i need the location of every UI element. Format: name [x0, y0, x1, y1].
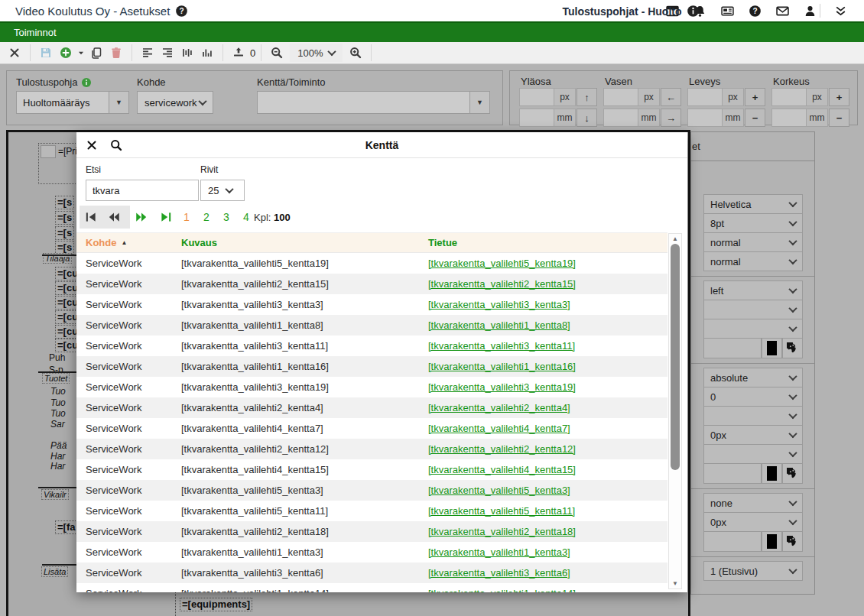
property-select[interactable]: 0px [703, 512, 803, 532]
user-icon[interactable] [804, 5, 817, 18]
first-page-button[interactable] [84, 210, 98, 224]
color-swatch-button[interactable] [762, 338, 782, 358]
korkeus-mm-input[interactable] [771, 109, 807, 127]
template-dropdown-button[interactable]: ▼ [109, 91, 129, 114]
cell-tietue-link[interactable]: [tkvarakentta_valilehti3_kentta3] [428, 299, 570, 310]
minus-button[interactable]: − [745, 109, 765, 127]
cell-tietue-link[interactable]: [tkvarakentta_valilehti1_kentta14] [428, 588, 576, 592]
property-select[interactable]: normal [703, 251, 803, 271]
vasen-mm-input[interactable] [603, 109, 638, 127]
close-button[interactable] [5, 44, 24, 62]
cell-tietue-link[interactable]: [tkvarakentta_valilehti2_kentta15] [428, 278, 576, 290]
table-row[interactable]: ServiceWork[tkvarakentta_valilehti3_kent… [76, 336, 667, 356]
color-swatch-button[interactable] [762, 463, 782, 484]
column-header-kuvaus[interactable]: Kuvaus [181, 237, 217, 248]
plus-button[interactable]: + [745, 88, 765, 106]
distribute-button[interactable] [177, 44, 197, 62]
table-row[interactable]: ServiceWork[tkvarakentta_valilehti2_kent… [76, 274, 667, 294]
leveys-px-input[interactable] [687, 88, 723, 106]
down-button[interactable]: ↓ [577, 109, 597, 127]
property-select[interactable]: normal [703, 232, 803, 252]
cell-tietue-link[interactable]: [tkvarakentta_valilehti4_kentta7] [428, 423, 570, 434]
title-help-icon[interactable]: ? [175, 5, 188, 18]
property-select[interactable]: 1 (Etusivu) [703, 561, 803, 581]
next-page-button[interactable] [135, 210, 148, 224]
color-swatch-button[interactable] [762, 531, 782, 552]
cell-tietue-link[interactable]: [tkvarakentta_valilehti3_kentta11] [428, 340, 575, 352]
add-button[interactable] [56, 44, 76, 62]
table-row[interactable]: ServiceWork[tkvarakentta_valilehti2_kent… [76, 397, 667, 418]
table-row[interactable]: ServiceWork[tkvarakentta_valilehti3_kent… [76, 377, 667, 397]
property-select[interactable]: 0px [703, 425, 803, 445]
menu-toiminnot[interactable]: Toiminnot [14, 27, 57, 38]
table-row[interactable]: ServiceWork[tkvarakentta_valilehti1_kent… [76, 356, 667, 377]
field-dropdown-button[interactable]: ▼ [470, 91, 490, 114]
palette-button[interactable] [782, 531, 803, 552]
yläosa-mm-input[interactable] [519, 109, 554, 127]
table-row[interactable]: ServiceWork[tkvarakentta_valilehti4_kent… [76, 459, 667, 480]
copy-button[interactable] [86, 44, 106, 62]
page-2-button[interactable]: 2 [197, 211, 216, 223]
upload-button[interactable] [229, 44, 248, 62]
cell-tietue-link[interactable]: [tkvarakentta_valilehti3_kentta19] [428, 381, 576, 393]
page-4-button[interactable]: 4 [237, 211, 255, 223]
table-row[interactable]: ServiceWork[tkvarakentta_valilehti5_kent… [76, 480, 667, 501]
up-button[interactable]: ↑ [577, 88, 597, 106]
cell-tietue-link[interactable]: [tkvarakentta_valilehti4_kentta15] [428, 464, 576, 475]
cell-tietue-link[interactable]: [tkvarakentta_valilehti3_kentta6] [428, 567, 570, 579]
minus-button[interactable]: − [829, 109, 849, 127]
property-select[interactable] [703, 406, 803, 426]
property-select[interactable]: absolute [703, 368, 803, 387]
zoom-select[interactable]: 100% [290, 44, 343, 62]
plus-button[interactable]: + [829, 88, 849, 106]
template-combobox[interactable]: Huoltomääräys ▼ [16, 91, 129, 114]
column-header-kohde[interactable]: Kohde▲ [86, 237, 127, 248]
table-row[interactable]: ServiceWork[tkvarakentta_valilehti1_kent… [76, 542, 667, 563]
vasen-px-input[interactable] [603, 88, 638, 106]
column-header-tietue[interactable]: Tietue [428, 237, 457, 248]
page-title-info-icon[interactable] [687, 5, 700, 18]
cell-tietue-link[interactable]: [tkvarakentta_valilehti1_kentta8] [428, 319, 570, 331]
template-value[interactable]: Huoltomääräys [16, 91, 109, 114]
cell-tietue-link[interactable]: [tkvarakentta_valilehti1_kentta16] [428, 361, 576, 372]
table-row[interactable]: ServiceWork[tkvarakentta_valilehti5_kent… [76, 253, 667, 274]
table-row[interactable]: ServiceWork[tkvarakentta_valilehti1_kent… [76, 583, 667, 592]
cell-tietue-link[interactable]: [tkvarakentta_valilehti5_kentta3] [428, 485, 570, 496]
zoom-out-button[interactable] [267, 44, 287, 62]
scroll-down-icon[interactable]: ▼ [669, 580, 681, 587]
property-select[interactable]: 0 [703, 387, 803, 407]
color-value-input[interactable] [703, 463, 762, 484]
property-select[interactable]: Helvetica [703, 194, 803, 214]
save-button[interactable] [36, 44, 56, 62]
table-row[interactable]: ServiceWork[tkvarakentta_valilehti3_kent… [76, 294, 667, 315]
cell-tietue-link[interactable]: [tkvarakentta_valilehti2_kentta12] [428, 443, 576, 455]
previous-page-button[interactable] [107, 210, 121, 224]
property-select[interactable]: left [703, 280, 803, 300]
property-select[interactable]: 8pt [703, 213, 803, 233]
korkeus-px-input[interactable] [771, 88, 807, 106]
template-info-icon[interactable] [81, 77, 92, 88]
field-combobox[interactable]: ▼ [257, 91, 490, 114]
cell-tietue-link[interactable]: [tkvarakentta_valilehti5_kentta11] [428, 505, 575, 517]
align-right-button[interactable] [158, 44, 177, 62]
right-button[interactable]: → [661, 109, 681, 127]
search-input[interactable] [86, 180, 199, 201]
color-value-input[interactable] [703, 338, 762, 358]
property-select[interactable] [703, 300, 803, 319]
color-value-input[interactable] [703, 531, 762, 552]
table-row[interactable]: ServiceWork[tkvarakentta_valilehti1_kent… [76, 315, 667, 336]
last-page-button[interactable] [159, 210, 173, 224]
yläosa-px-input[interactable] [519, 88, 554, 106]
property-select[interactable] [703, 319, 803, 339]
table-row[interactable]: ServiceWork[tkvarakentta_valilehti3_kent… [76, 563, 667, 583]
table-row[interactable]: ServiceWork[tkvarakentta_valilehti5_kent… [76, 501, 667, 521]
bar-chart-button[interactable] [197, 44, 217, 62]
table-row[interactable]: ServiceWork[tkvarakentta_valilehti2_kent… [76, 439, 667, 459]
delete-button[interactable] [106, 44, 126, 62]
table-row[interactable]: ServiceWork[tkvarakentta_valilehti2_kent… [76, 521, 667, 542]
mail-icon[interactable] [776, 5, 789, 18]
cell-tietue-link[interactable]: [tkvarakentta_valilehti2_kentta4] [428, 402, 570, 413]
rows-per-page-select[interactable]: 25 [200, 180, 245, 201]
search-icon[interactable] [110, 139, 122, 151]
palette-button[interactable] [782, 463, 803, 484]
